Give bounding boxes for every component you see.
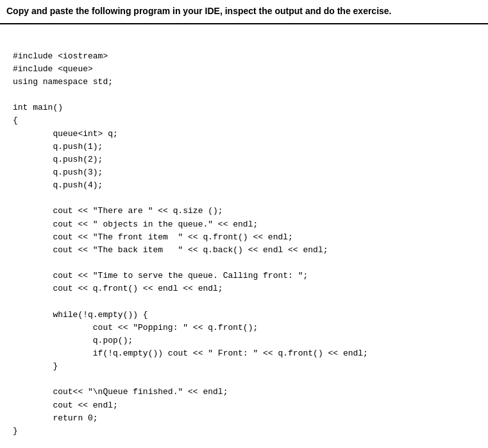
header-text: Copy and paste the following program in … — [6, 6, 392, 16]
code-container: #include <iostream> #include <queue> usi… — [0, 24, 488, 448]
header: Copy and paste the following program in … — [0, 0, 488, 24]
